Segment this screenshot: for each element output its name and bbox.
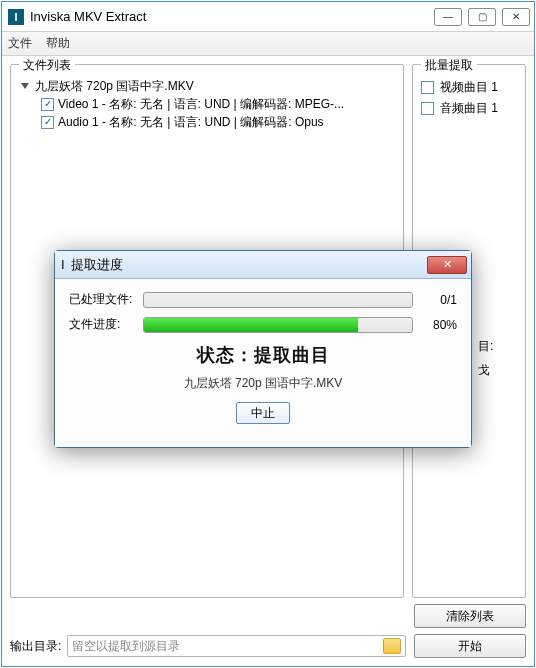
file-progress-row: 文件进度: 80%	[69, 316, 457, 333]
current-file: 九层妖塔 720p 国语中字.MKV	[69, 375, 457, 392]
output-row: 输出目录: 留空以提取到源目录	[10, 634, 406, 658]
file-list-title: 文件列表	[19, 57, 75, 74]
minimize-button[interactable]: —	[434, 8, 462, 26]
window-title: Inviska MKV Extract	[30, 9, 434, 24]
dialog-button-row: 中止	[69, 402, 457, 424]
status-prefix: 状态：	[197, 345, 254, 365]
menu-file[interactable]: 文件	[8, 35, 32, 52]
checkbox[interactable]	[421, 81, 434, 94]
output-dir-input[interactable]: 留空以提取到源目录	[67, 635, 406, 657]
file-progress-fill	[144, 318, 358, 332]
checkbox[interactable]	[41, 98, 54, 111]
track-label: Audio 1 - 名称: 无名 | 语言: UND | 编解码器: Opus	[58, 113, 324, 131]
processed-progressbar	[143, 292, 413, 308]
action-buttons: 清除列表 开始	[414, 604, 526, 658]
batch-item[interactable]: 音频曲目 1	[421, 98, 517, 119]
checkbox[interactable]	[41, 116, 54, 129]
processed-label: 已处理文件:	[69, 291, 135, 308]
menubar: 文件 帮助	[2, 32, 534, 56]
expand-icon[interactable]	[21, 83, 29, 89]
folder-icon[interactable]	[383, 638, 401, 654]
tree-track-item[interactable]: Audio 1 - 名称: 无名 | 语言: UND | 编解码器: Opus	[19, 113, 395, 131]
app-icon: I	[8, 9, 24, 25]
output-row-wrap: 输出目录: 留空以提取到源目录	[10, 634, 406, 658]
batch-item[interactable]: 视频曲目 1	[421, 77, 517, 98]
output-placeholder: 留空以提取到源目录	[72, 638, 180, 655]
dialog-body: 已处理文件: 0/1 文件进度: 80% 状态：提取曲目 九层妖塔 720p 国…	[55, 279, 471, 447]
processed-row: 已处理文件: 0/1	[69, 291, 457, 308]
processed-value: 0/1	[421, 293, 457, 307]
abort-button[interactable]: 中止	[236, 402, 290, 424]
file-progressbar	[143, 317, 413, 333]
titlebar[interactable]: I Inviska MKV Extract — ▢ ✕	[2, 2, 534, 32]
clear-list-button[interactable]: 清除列表	[414, 604, 526, 628]
tree-root-item[interactable]: 九层妖塔 720p 国语中字.MKV	[19, 77, 395, 95]
batch-item-label: 音频曲目 1	[440, 100, 498, 117]
bottom-area: 输出目录: 留空以提取到源目录 清除列表 开始	[10, 604, 526, 658]
status-text: 提取曲目	[254, 345, 330, 365]
checkbox[interactable]	[421, 102, 434, 115]
batch-title: 批量提取	[421, 57, 477, 74]
dialog-titlebar[interactable]: I 提取进度 ✕	[55, 251, 471, 279]
output-label: 输出目录:	[10, 638, 61, 655]
obscured-text: 戈	[478, 362, 490, 379]
dialog-title: 提取进度	[71, 256, 123, 274]
file-progress-label: 文件进度:	[69, 316, 135, 333]
progress-dialog: I 提取进度 ✕ 已处理文件: 0/1 文件进度: 80% 状态：提取曲目 九层…	[54, 250, 472, 448]
start-button[interactable]: 开始	[414, 634, 526, 658]
batch-item-label: 视频曲目 1	[440, 79, 498, 96]
tree-track-item[interactable]: Video 1 - 名称: 无名 | 语言: UND | 编解码器: MPEG-…	[19, 95, 395, 113]
app-icon: I	[61, 257, 65, 272]
tree-root-label: 九层妖塔 720p 国语中字.MKV	[35, 77, 194, 95]
file-progress-value: 80%	[421, 318, 457, 332]
window-buttons: — ▢ ✕	[434, 8, 530, 26]
status-line: 状态：提取曲目	[69, 343, 457, 367]
dialog-close-button[interactable]: ✕	[427, 256, 467, 274]
maximize-button[interactable]: ▢	[468, 8, 496, 26]
menu-help[interactable]: 帮助	[46, 35, 70, 52]
track-label: Video 1 - 名称: 无名 | 语言: UND | 编解码器: MPEG-…	[58, 95, 344, 113]
close-button[interactable]: ✕	[502, 8, 530, 26]
obscured-text: 目:	[478, 338, 493, 355]
